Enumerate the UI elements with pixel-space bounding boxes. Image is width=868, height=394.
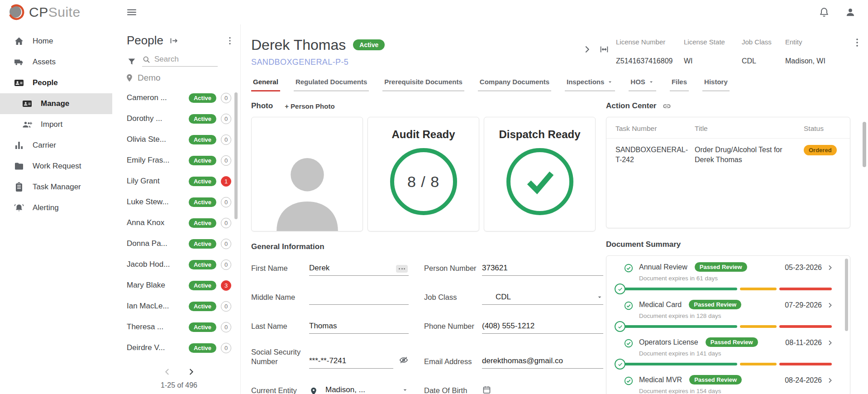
current-entity-select[interactable]: Madison, ...	[321, 382, 409, 394]
date-of-birth-input[interactable]	[499, 385, 603, 394]
expiry-note: Document expires in 61 days	[639, 275, 785, 282]
people-panel-menu-icon[interactable]	[225, 36, 235, 46]
collapse-panel-icon[interactable]	[169, 36, 179, 46]
tab-inspections[interactable]: Inspections	[565, 78, 615, 91]
task-row[interactable]: SANDBOXGENERAL-T-242 Order Drug/Alcohol …	[606, 139, 850, 171]
people-row[interactable]: Donna Pa...Active0	[118, 233, 240, 254]
document-expiry-date: 08-24-2026	[785, 376, 822, 384]
people-panel: People Demo Cameron ...Active0 Dorothy .…	[118, 24, 241, 394]
add-person-photo-button[interactable]: + Person Photo	[285, 102, 334, 110]
alert-count-badge: 0	[221, 197, 231, 207]
field-label: Current Entity	[251, 386, 309, 394]
check-circle-icon	[624, 338, 634, 348]
tab-history[interactable]: History	[702, 78, 730, 91]
link-icon[interactable]	[663, 102, 671, 111]
previous-page-icon[interactable]	[162, 367, 172, 377]
app-logo: CPSuite	[0, 3, 112, 21]
tab-files[interactable]: Files	[670, 78, 689, 91]
photo-section-label: Photo	[251, 101, 273, 111]
notifications-button[interactable]	[818, 6, 830, 18]
people-row[interactable]: Deirdre V...Active0	[118, 337, 240, 358]
next-page-icon[interactable]	[186, 367, 196, 377]
field-options-icon[interactable]	[396, 265, 408, 273]
meta-value: CDL	[742, 57, 785, 65]
meta-value: Z5141637416809	[616, 57, 684, 65]
alert-count-badge: 3	[221, 280, 231, 291]
ssn-input[interactable]	[309, 356, 393, 365]
expand-width-icon[interactable]	[599, 44, 609, 54]
meta-label: License Number	[616, 38, 684, 46]
chevron-right-icon[interactable]	[826, 339, 834, 346]
person-name: Dorothy ...	[127, 114, 184, 123]
main-scrollbar[interactable]	[863, 122, 866, 167]
document-row[interactable]: Operators License Passed Review Document…	[606, 333, 850, 370]
people-list-scrollbar[interactable]	[234, 92, 238, 219]
people-row[interactable]: Anna KnoxActive0	[118, 212, 240, 233]
chevron-right-icon[interactable]	[826, 302, 834, 309]
person-menu-icon[interactable]	[852, 37, 863, 48]
sidebar-item-manage[interactable]: Manage	[0, 93, 112, 114]
sidebar-item-work-request[interactable]: Work Request	[0, 156, 112, 177]
task-title: Order Drug/Alcohol Test for Derek Thomas	[695, 145, 804, 164]
document-row[interactable]: Medical Card Passed Review Document expi…	[606, 295, 850, 333]
people-row[interactable]: Jacob Hod...Active0	[118, 254, 240, 275]
people-row[interactable]: Ian MacLe...Active0	[118, 296, 240, 317]
tab-regulated-documents[interactable]: Regulated Documents	[294, 78, 369, 91]
document-row[interactable]: Annual Review Passed Review Document exp…	[606, 258, 850, 295]
chevron-right-icon[interactable]	[826, 377, 834, 384]
last-name-input[interactable]	[309, 322, 409, 331]
dispatch-ready-ring	[506, 148, 573, 215]
meta-value: Madison, WI	[785, 57, 849, 65]
search-input[interactable]	[154, 55, 218, 64]
sidebar-item-alerting[interactable]: Alerting	[0, 197, 112, 218]
sidebar-item-assets[interactable]: Assets	[0, 52, 112, 72]
filter-icon[interactable]	[127, 57, 137, 67]
task-status-badge: Ordered	[804, 145, 837, 155]
sidebar-item-people[interactable]: People	[0, 72, 112, 93]
eye-off-icon[interactable]	[399, 355, 409, 365]
sidebar-item-task-manager[interactable]: Task Manager	[0, 177, 112, 197]
document-row[interactable]: Medical MVR Passed Review Document expir…	[606, 370, 850, 394]
field-job-class: Job Class CDL	[424, 289, 603, 305]
audit-ready-ring: 8 / 8	[390, 148, 457, 215]
people-row[interactable]: Dorothy ...Active0	[118, 108, 240, 129]
field-email: Email Address	[424, 347, 603, 369]
people-row[interactable]: Luke Stew...Active0	[118, 192, 240, 212]
person-name: Donna Pa...	[127, 239, 184, 248]
sidebar-item-import[interactable]: Import	[0, 114, 112, 135]
alert-count-badge: 1	[221, 176, 231, 187]
task-number: SANDBOXGENERAL-T-242	[615, 145, 695, 164]
menu-toggle-button[interactable]	[126, 6, 138, 18]
email-input[interactable]	[482, 356, 603, 365]
phone-number-input[interactable]	[482, 322, 603, 331]
people-row[interactable]: Theresa ...Active0	[118, 317, 240, 337]
tab-company-documents[interactable]: Company Documents	[478, 78, 551, 91]
caret-down-icon	[607, 79, 613, 85]
location-pin-icon	[125, 73, 134, 82]
status-badge: Active	[189, 135, 216, 144]
first-name-input[interactable]	[309, 264, 409, 273]
sidebar-item-carrier[interactable]: Carrier	[0, 135, 112, 156]
account-button[interactable]	[844, 6, 856, 18]
group-filter[interactable]: Demo	[118, 67, 240, 86]
tab-general[interactable]: General	[251, 78, 280, 91]
people-row[interactable]: Lily GrantActive1	[118, 171, 240, 192]
tab-prerequisite-documents[interactable]: Prerequisite Documents	[382, 78, 464, 91]
tab-hos[interactable]: HOS	[629, 78, 656, 91]
middle-name-input[interactable]	[309, 293, 409, 302]
check-circle-icon	[624, 301, 634, 311]
chevron-right-icon[interactable]	[826, 264, 834, 271]
status-badge: Active	[189, 260, 216, 269]
document-expiry-date: 07-29-2026	[785, 301, 822, 309]
people-row[interactable]: Olivia Ste...Active0	[118, 129, 240, 150]
people-row[interactable]: Cameron ...Active0	[118, 87, 240, 108]
people-row[interactable]: Mary BlakeActive3	[118, 275, 240, 296]
job-class-select[interactable]: CDL	[482, 289, 603, 305]
document-summary-scrollbar[interactable]	[845, 259, 848, 331]
group-filter-label: Demo	[138, 73, 161, 83]
collapse-header-icon[interactable]	[582, 44, 592, 54]
person-number-input[interactable]	[482, 264, 603, 273]
calendar-icon[interactable]	[482, 385, 491, 394]
sidebar-item-home[interactable]: Home	[0, 31, 112, 52]
people-row[interactable]: Emily Fras...Active0	[118, 150, 240, 171]
